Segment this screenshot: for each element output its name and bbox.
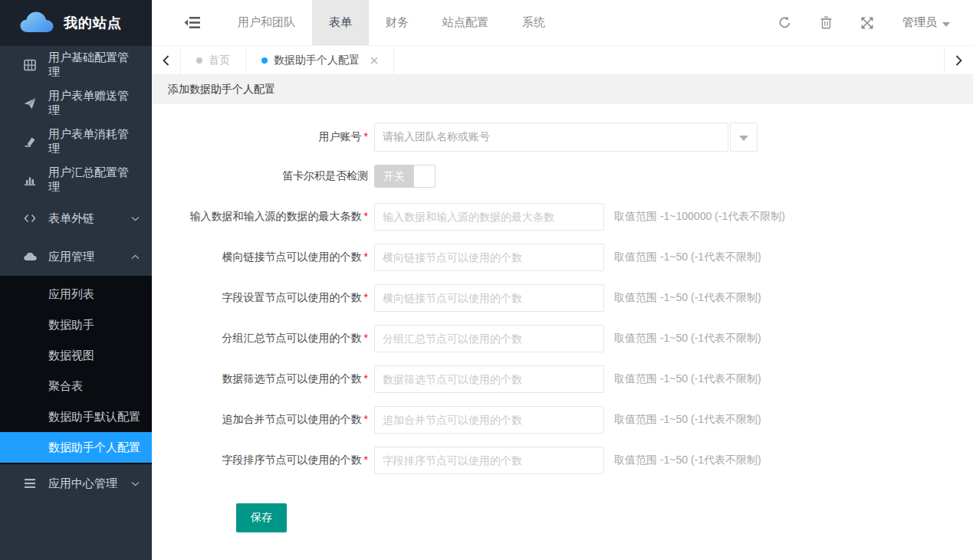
field-hint: 取值范围 -1~50 (-1代表不限制) [614,413,761,427]
sidebar-item-form-consume[interactable]: 用户表单消耗管理 [0,123,152,161]
data-filter-nodes-input[interactable] [374,365,604,393]
form-row-cartesian-check: 笛卡尔积是否检测 开关 [152,165,973,188]
submenu-item-data-view[interactable]: 数据视图 [0,340,152,371]
required-mark: * [364,454,368,466]
top-nav-items: 用户和团队 表单 财务 站点配置 系统 [221,0,562,45]
save-button[interactable]: 保存 [236,503,287,532]
account-select[interactable]: 请输入团队名称或账号 [374,123,728,152]
field-label: 分组汇总节点可以使用的个数* [152,332,368,345]
caret-down-icon [942,16,950,29]
field-label: 数据筛选节点可以使用的个数* [152,372,368,386]
cloud-icon [23,252,37,261]
topbar-actions: 管理员 [778,0,973,45]
tab-status-dot [261,57,268,64]
trash-icon[interactable] [820,16,832,29]
required-mark: * [364,413,368,425]
form-row-field-sort-nodes: 字段排序节点可以使用的个数* 取值范围 -1~50 (-1代表不限制) [152,447,973,474]
field-sort-nodes-input[interactable] [374,447,604,474]
admin-dropdown[interactable]: 管理员 [902,15,950,30]
site-title: 我的站点 [64,14,122,32]
nav-item-site-config[interactable]: 站点配置 [426,0,505,45]
cartesian-check-toggle[interactable]: 开关 [374,165,436,188]
tabs-scroll-left-button[interactable] [152,46,181,74]
sidebar-item-app-management[interactable]: 应用管理 [0,237,152,276]
sidebar-item-label: 用户表单消耗管理 [48,127,140,156]
field-hint: 取值范围 -1~50 (-1代表不限制) [614,372,761,386]
sidebar-item-form-gift[interactable]: 用户表单赠送管理 [0,84,152,123]
sidebar-item-label: 应用管理 [48,250,94,264]
max-input-rows-input[interactable] [374,203,604,231]
select-dropdown-button[interactable] [730,123,758,152]
submenu-item-data-assistant[interactable]: 数据助手 [0,309,152,340]
form-row-max-input-rows: 输入数据和输入源的数据的最大条数* 取值范围 -1~100000 (-1代表不限… [152,203,973,231]
tab-assistant-personal-config[interactable]: 数据助手个人配置 [246,46,394,74]
chevron-down-icon [131,216,140,221]
required-mark: * [364,291,368,303]
tab-home[interactable]: 首页 [181,46,246,74]
chevron-down-icon [131,481,140,486]
tab-bar: 首页 数据助手个人配置 [152,46,973,75]
horizontal-link-nodes-input[interactable] [374,244,604,271]
main-area: 用户和团队 表单 财务 站点配置 系统 管理员 [152,0,973,560]
close-tab-icon[interactable] [370,57,378,64]
field-hint: 取值范围 -1~100000 (-1代表不限制) [614,210,785,224]
submenu-item-app-list[interactable]: 应用列表 [0,279,152,309]
fullscreen-icon[interactable] [861,17,873,29]
submenu-item-assistant-default-config[interactable]: 数据助手默认配置 [0,401,152,432]
group-summary-nodes-input[interactable] [374,325,604,352]
field-label: 字段排序节点可以使用的个数* [152,454,368,467]
collapse-sidebar-icon[interactable] [184,0,201,45]
admin-label: 管理员 [902,15,937,30]
sidebar-item-user-base-config[interactable]: 用户基础配置管理 [0,46,152,84]
field-label: 字段设置节点可以使用的个数* [152,291,368,305]
append-merge-nodes-input[interactable] [374,406,604,434]
sidebar-item-form-external-link[interactable]: 表单外链 [0,199,152,237]
toggle-label: 开关 [374,165,414,188]
refresh-icon[interactable] [778,16,791,29]
select-placeholder: 请输入团队名称或账号 [383,130,490,144]
field-label: 输入数据和输入源的数据的最大条数* [152,210,368,224]
tab-status-dot [196,57,202,64]
sidebar-item-label: 用户表单赠送管理 [48,89,140,118]
tab-label: 数据助手个人配置 [274,54,360,67]
nav-item-forms[interactable]: 表单 [312,0,369,45]
form-row-group-summary-nodes: 分组汇总节点可以使用的个数* 取值范围 -1~50 (-1代表不限制) [152,325,973,352]
form-row-append-merge-nodes: 追加合并节点可以使用的个数* 取值范围 -1~50 (-1代表不限制) [152,406,973,434]
required-mark: * [364,251,368,263]
form-row-account: 用户账号* 请输入团队名称或账号 [152,123,973,152]
caret-down-icon [739,131,748,143]
sidebar: 我的站点 用户基础配置管理 用户表单赠送管理 用户表单消耗管理 用户汇总配置管理… [0,0,152,560]
field-label: 笛卡尔积是否检测 [152,169,368,183]
sidebar-filler [0,503,152,560]
tabs-scroll-right-button[interactable] [944,46,973,74]
paper-plane-icon [23,97,37,110]
required-mark: * [364,332,368,344]
required-mark: * [364,372,368,385]
field-setting-nodes-input[interactable] [374,284,604,312]
submenu-item-aggregate-table[interactable]: 聚合表 [0,371,152,401]
field-label: 横向链接节点可以使用的个数* [152,251,368,264]
sidebar-item-user-summary-config[interactable]: 用户汇总配置管理 [0,161,152,199]
sidebar-item-app-center-management[interactable]: 应用中心管理 [0,464,152,503]
menu-list-icon [23,478,37,489]
app-management-submenu: 应用列表 数据助手 数据视图 聚合表 数据助手默认配置 数据助手个人配置 [0,276,152,464]
sidebar-item-label: 用户基础配置管理 [48,51,140,80]
field-hint: 取值范围 -1~50 (-1代表不限制) [614,332,761,345]
page-title: 添加数据助手个人配置 [152,75,973,104]
nav-item-finance[interactable]: 财务 [369,0,426,45]
form-row-field-setting-nodes: 字段设置节点可以使用的个数* 取值范围 -1~50 (-1代表不限制) [152,284,973,312]
nav-item-system[interactable]: 系统 [505,0,562,45]
nav-item-users-teams[interactable]: 用户和团队 [221,0,312,45]
submenu-item-assistant-personal-config[interactable]: 数据助手个人配置 [0,432,152,463]
eraser-icon [23,136,37,148]
top-navbar: 用户和团队 表单 财务 站点配置 系统 管理员 [152,0,973,46]
field-label: 追加合并节点可以使用的个数* [152,413,368,427]
cloud-logo-icon [20,11,54,35]
chevron-up-icon [131,254,140,260]
bar-chart-icon [23,174,37,186]
required-mark: * [364,210,368,222]
sidebar-item-label: 应用中心管理 [48,476,117,491]
field-hint: 取值范围 -1~50 (-1代表不限制) [614,251,761,264]
field-hint: 取值范围 -1~50 (-1代表不限制) [614,454,761,467]
sidebar-item-label: 用户汇总配置管理 [48,165,140,195]
